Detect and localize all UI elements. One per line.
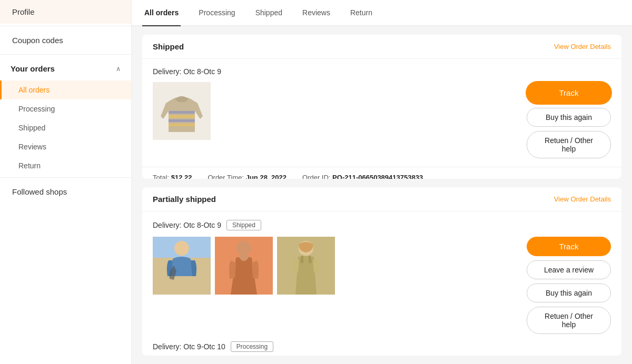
order-2-status: Partially shipped (153, 195, 216, 204)
sidebar-sub-item-all-orders[interactable]: All orders (0, 80, 131, 99)
order-2-badge-processing: Processing (231, 341, 273, 352)
product-image-model2 (215, 237, 273, 295)
leave-review-button-2[interactable]: Leave a review (527, 260, 611, 279)
order-1-delivery: Delivery: Otc 8-Otc 9 (153, 67, 611, 76)
order-2-delivery: Delivery: Otc 8-Otc 9 Shipped (153, 220, 611, 230)
order-2-delivery2-text: Delivery: Otc 9-Otc 10 (153, 342, 225, 351)
return-help-button-2[interactable]: Retuen / Other help (527, 307, 611, 334)
order-1-actions: Track Buy this again Retuen / Other help (521, 82, 611, 158)
order-1-images (153, 82, 211, 140)
product-image-model3 (277, 237, 335, 295)
order-1-delivery-text: Delivery: Otc 8-Otc 9 (153, 67, 221, 76)
return-help-button-1[interactable]: Retuen / Other help (527, 131, 611, 158)
sidebar-coupon-label: Coupon codes (12, 36, 63, 45)
sidebar-item-coupon-codes[interactable]: Coupon codes (0, 28, 131, 52)
order-card-2: Partially shipped View Order Details Del… (142, 187, 621, 356)
order-1-footer: Total: $12.22 Order Time: Jun 28, 2022 O… (142, 167, 621, 179)
tab-reviews[interactable]: Reviews (300, 0, 332, 26)
order-card-1-header: Shipped View Order Details (142, 35, 621, 59)
order-2-actions: Track Leave a review Buy this again Retu… (521, 237, 611, 334)
order-1-content: Track Buy this again Retuen / Other help (153, 82, 611, 158)
sidebar-sub-item-processing[interactable]: Processing (0, 99, 131, 118)
tab-processing[interactable]: Processing (196, 0, 237, 26)
tab-return[interactable]: Return (348, 0, 374, 26)
order-card-2-header: Partially shipped View Order Details (142, 187, 621, 211)
order-2-content: Track Leave a review Buy this again Retu… (153, 237, 611, 334)
main-content: All orders Processing Shipped Reviews Re… (132, 0, 632, 364)
chevron-up-icon: ∧ (116, 65, 121, 73)
view-order-details-2[interactable]: View Order Details (554, 195, 611, 203)
sidebar-sub-item-shipped[interactable]: Shipped (0, 118, 131, 137)
sidebar-item-your-orders[interactable]: Your orders ∧ (0, 57, 131, 80)
buy-again-button-1[interactable]: Buy this again (527, 108, 611, 127)
sidebar-profile-label: Profile (12, 7, 35, 16)
track-button-2[interactable]: Track (527, 237, 611, 256)
order-1-status: Shipped (153, 42, 184, 51)
orders-area: Shipped View Order Details Delivery: Otc… (132, 26, 632, 364)
order-2-delivery2: Delivery: Otc 9-Otc 10 Processing (153, 341, 611, 352)
track-button-1[interactable]: Track (527, 82, 611, 104)
product-image-sweater (153, 82, 211, 140)
sidebar-divider-1 (0, 26, 131, 26)
sidebar: Profile Coupon codes Your orders ∧ All o… (0, 0, 132, 364)
sidebar-divider-2 (0, 54, 131, 55)
order-card-1: Shipped View Order Details Delivery: Otc… (142, 35, 621, 179)
order-1-body: Delivery: Otc 8-Otc 9 (142, 59, 621, 167)
sidebar-sub-item-reviews[interactable]: Reviews (0, 137, 131, 156)
sidebar-item-profile[interactable]: Profile (0, 0, 131, 24)
order-2-images (153, 237, 335, 295)
order-2-delivery-text: Delivery: Otc 8-Otc 9 (153, 221, 221, 229)
view-order-details-1[interactable]: View Order Details (554, 43, 611, 50)
order-1-total: Total: $12.22 (153, 174, 192, 179)
tab-all-orders[interactable]: All orders (142, 0, 181, 26)
sidebar-item-followed-shops[interactable]: Followed shops (0, 180, 131, 204)
order-1-time: Order Time: Jun 28, 2022 (208, 174, 287, 179)
sidebar-sub-item-return[interactable]: Return (0, 156, 131, 175)
product-image-model1 (153, 237, 211, 295)
sidebar-orders-label: Your orders (11, 64, 55, 73)
svg-point-5 (236, 241, 251, 256)
sidebar-followed-label: Followed shops (12, 187, 67, 196)
buy-again-button-2[interactable]: Buy this again (527, 284, 611, 302)
order-1-id: Order ID: PO-211-06650389413753833 (302, 174, 423, 179)
svg-point-3 (174, 241, 189, 256)
order-2-body: Delivery: Otc 8-Otc 9 Shipped (142, 211, 621, 356)
order-2-badge-shipped: Shipped (226, 220, 261, 230)
tab-shipped[interactable]: Shipped (253, 0, 284, 26)
tabs-bar: All orders Processing Shipped Reviews Re… (132, 0, 632, 26)
sidebar-divider-3 (0, 177, 131, 178)
